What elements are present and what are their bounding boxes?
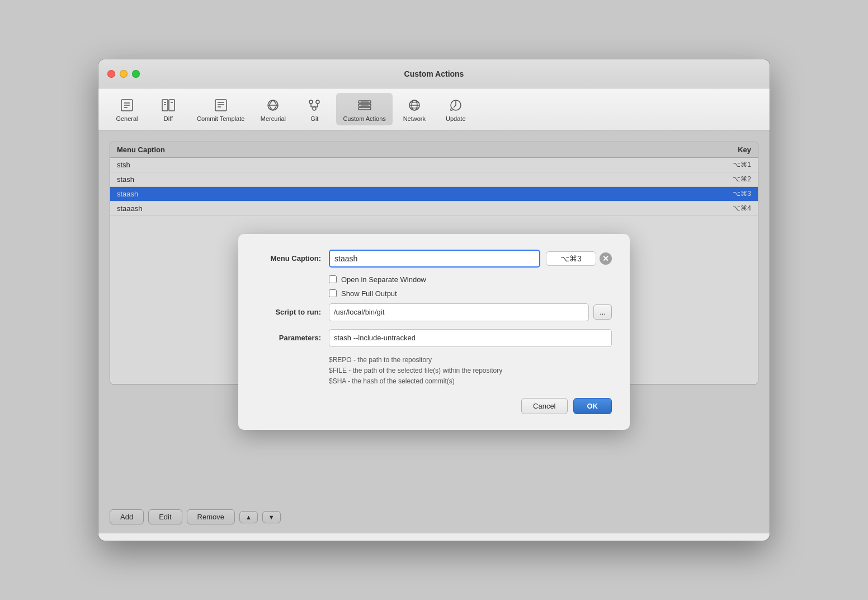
shortcut-badge: ⌥⌘3 bbox=[546, 251, 596, 266]
svg-point-17 bbox=[313, 107, 316, 110]
git-label: Git bbox=[310, 115, 318, 122]
network-icon bbox=[405, 96, 423, 114]
titlebar: Custom Actions bbox=[98, 59, 770, 88]
custom-actions-label: Custom Actions bbox=[343, 115, 385, 122]
open-in-window-checkbox[interactable] bbox=[329, 275, 337, 283]
dialog-buttons: Cancel OK bbox=[256, 398, 612, 414]
svg-point-15 bbox=[309, 100, 313, 104]
general-icon bbox=[118, 96, 136, 114]
svg-rect-9 bbox=[215, 100, 227, 111]
main-content: Menu Caption Key stsh ⌥⌘1 stash ⌥⌘2 staa… bbox=[98, 130, 770, 533]
diff-label: Diff bbox=[164, 115, 173, 122]
main-window: Custom Actions General Diff Commit Templ… bbox=[98, 59, 770, 541]
general-label: General bbox=[116, 115, 138, 122]
open-in-window-label[interactable]: Open in Separate Window bbox=[341, 275, 426, 284]
commit-template-label: Commit Template bbox=[197, 115, 244, 122]
diff-icon bbox=[159, 96, 177, 114]
toolbar-item-commit-template[interactable]: Commit Template bbox=[190, 93, 251, 125]
maximize-button[interactable] bbox=[132, 70, 140, 78]
toolbar-item-network[interactable]: Network bbox=[395, 93, 434, 125]
git-icon bbox=[305, 96, 323, 114]
mercurial-icon bbox=[264, 96, 282, 114]
update-icon bbox=[447, 96, 465, 114]
parameters-input[interactable] bbox=[329, 329, 612, 347]
commit-template-icon bbox=[212, 96, 230, 114]
script-input[interactable] bbox=[329, 303, 589, 321]
minimize-button[interactable] bbox=[120, 70, 128, 78]
show-full-output-label[interactable]: Show Full Output bbox=[341, 289, 397, 298]
toolbar: General Diff Commit Template Mercurial bbox=[98, 88, 770, 130]
menu-caption-label: Menu Caption: bbox=[256, 254, 329, 262]
edit-dialog: Menu Caption: ⌥⌘3 ✕ Open in Separate Win… bbox=[238, 234, 630, 430]
svg-rect-4 bbox=[162, 100, 168, 111]
help-line-2: $FILE - the path of the selected file(s)… bbox=[329, 365, 612, 376]
toolbar-item-mercurial[interactable]: Mercurial bbox=[253, 93, 293, 125]
script-row: Script to run: ... bbox=[256, 303, 612, 321]
svg-rect-24 bbox=[358, 107, 371, 110]
window-title: Custom Actions bbox=[404, 69, 464, 78]
dialog-overlay: Menu Caption: ⌥⌘3 ✕ Open in Separate Win… bbox=[98, 130, 770, 533]
shortcut-display: ⌥⌘3 ✕ bbox=[546, 251, 612, 266]
show-full-output-checkbox[interactable] bbox=[329, 289, 337, 297]
script-label: Script to run: bbox=[256, 308, 329, 316]
help-text: $REPO - the path to the repository $FILE… bbox=[329, 355, 612, 387]
toolbar-item-diff[interactable]: Diff bbox=[149, 93, 188, 125]
show-full-output-row: Show Full Output bbox=[329, 289, 612, 298]
toolbar-item-git[interactable]: Git bbox=[295, 93, 334, 125]
menu-caption-row: Menu Caption: ⌥⌘3 ✕ bbox=[256, 250, 612, 268]
svg-rect-5 bbox=[169, 100, 174, 111]
update-label: Update bbox=[446, 115, 465, 122]
close-button[interactable] bbox=[107, 70, 115, 78]
mercurial-label: Mercurial bbox=[261, 115, 286, 122]
parameters-row: Parameters: bbox=[256, 329, 612, 347]
custom-actions-icon bbox=[356, 96, 374, 114]
ellipsis-button[interactable]: ... bbox=[593, 304, 612, 320]
ok-button[interactable]: OK bbox=[573, 398, 612, 414]
traffic-lights bbox=[107, 70, 140, 78]
clear-shortcut-button[interactable]: ✕ bbox=[600, 252, 612, 265]
toolbar-item-custom-actions[interactable]: Custom Actions bbox=[336, 93, 392, 125]
toolbar-item-general[interactable]: General bbox=[107, 93, 147, 125]
menu-caption-input[interactable] bbox=[329, 250, 540, 268]
network-label: Network bbox=[403, 115, 426, 122]
help-line-3: $SHA - the hash of the selected commit(s… bbox=[329, 376, 612, 387]
toolbar-item-update[interactable]: Update bbox=[436, 93, 475, 125]
help-line-1: $REPO - the path to the repository bbox=[329, 355, 612, 365]
open-in-window-row: Open in Separate Window bbox=[329, 275, 612, 284]
cancel-button[interactable]: Cancel bbox=[521, 398, 567, 414]
svg-point-16 bbox=[316, 100, 319, 104]
parameters-label: Parameters: bbox=[256, 334, 329, 342]
